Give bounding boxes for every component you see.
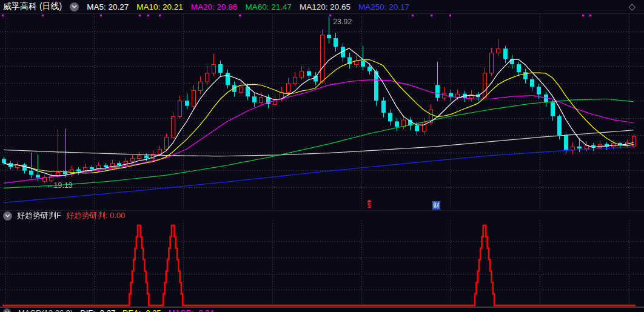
stock-chart-app: 威孚高科 (日线) MA5: 20.27 MA10: 20.21 MA20: 2… — [0, 0, 644, 312]
dea-value: DEA: -0.25 — [122, 308, 161, 312]
sub-chart-canvas[interactable] — [0, 221, 644, 307]
ma120-legend: MA120: 20.65 — [300, 2, 351, 12]
ma5-legend: MA5: 20.27 — [87, 2, 129, 12]
macd-param-label: MACD(12,26,9) — [18, 308, 73, 312]
indicator-value: 好趋势研判: 0.00 — [66, 210, 126, 221]
diamond-icon[interactable]: ◇ — [628, 1, 636, 12]
indicator-header: 好趋势研判F 好趋势研判: 0.00 — [0, 210, 644, 221]
macd-row: MACD(12,26,9) DIF: -0.27 DEA: -0.25 MACD… — [0, 308, 644, 312]
indicator-name: 好趋势研判F — [17, 210, 61, 221]
dividend-marker[interactable]: $ — [365, 199, 374, 209]
ma20-legend: MA20: 20.86 — [191, 2, 238, 12]
chevron-down-icon[interactable] — [3, 308, 11, 312]
main-chart-header: 威孚高科 (日线) MA5: 20.27 MA10: 20.21 MA20: 2… — [0, 0, 644, 14]
ma10-legend: MA10: 20.21 — [136, 2, 183, 12]
report-marker[interactable]: 财 — [432, 201, 440, 210]
dollar-glyph: $ — [367, 202, 371, 209]
ma60-legend: MA60: 21.47 — [245, 2, 292, 12]
macd-value: MACD: -0.04 — [169, 308, 214, 312]
chevron-down-icon[interactable] — [70, 2, 79, 12]
macd-panel-collapsed[interactable]: MACD(12,26,9) DIF: -0.27 DEA: -0.25 MACD… — [0, 307, 644, 312]
main-chart-canvas[interactable] — [0, 14, 644, 210]
stock-title: 威孚高科 (日线) — [3, 1, 62, 12]
ma250-legend: MA250: 20.17 — [358, 2, 409, 12]
chevron-down-icon[interactable] — [3, 211, 12, 221]
dif-value: DIF: -0.27 — [80, 308, 115, 312]
